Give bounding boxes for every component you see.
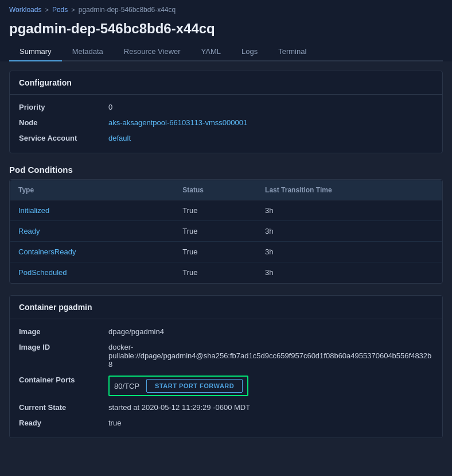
- condition-initialized-status: True: [174, 200, 257, 221]
- container-current-state-label: Current State: [19, 403, 99, 412]
- configuration-header: Configuration: [10, 71, 442, 95]
- container-image-label: Image: [19, 327, 99, 336]
- container-image-row: Image dpage/pgadmin4: [19, 324, 433, 339]
- condition-containers-ready-status: True: [174, 242, 257, 262]
- tab-summary[interactable]: Summary: [9, 42, 62, 61]
- container-header: Container pgadmin: [10, 296, 442, 319]
- condition-pod-scheduled[interactable]: PodScheduled: [10, 262, 175, 283]
- tab-resource-viewer[interactable]: Resource Viewer: [114, 42, 191, 61]
- condition-containers-ready-time: 3h: [257, 242, 442, 262]
- condition-initialized-time: 3h: [257, 200, 442, 221]
- breadcrumb: Workloads > Pods > pgadmin-dep-546bc8bd6…: [9, 6, 443, 17]
- table-header-row: Type Status Last Transition Time: [10, 180, 442, 200]
- container-current-state-value: started at 2020-05-12 11:29:29 -0600 MDT: [108, 403, 250, 412]
- container-ready-value: true: [108, 419, 121, 427]
- config-node-value[interactable]: aks-aksagentpool-66103113-vmss000001: [108, 118, 247, 127]
- condition-pod-scheduled-time: 3h: [257, 262, 442, 283]
- container-ports-label: Container Ports: [19, 376, 99, 384]
- container-image-value: dpage/pgadmin4: [108, 327, 164, 336]
- port-value: 80/TCP: [114, 382, 139, 390]
- condition-ready-status: True: [174, 221, 257, 242]
- breadcrumb-sep1: >: [45, 6, 48, 13]
- container-ports-row: Container Ports 80/TCP START PORT FORWAR…: [19, 372, 433, 400]
- breadcrumb-current: pgadmin-dep-546bc8bd6-x44cq: [79, 6, 176, 14]
- tab-metadata[interactable]: Metadata: [62, 42, 114, 61]
- table-row: ContainersReady True 3h: [10, 242, 442, 262]
- container-image-id-row: Image ID docker-pullable://dpage/pgadmin…: [19, 339, 433, 372]
- configuration-card: Configuration Priority 0 Node aks-aksage…: [9, 71, 443, 153]
- table-row: Ready True 3h: [10, 221, 442, 242]
- start-port-forward-button[interactable]: START PORT FORWARD: [146, 379, 243, 393]
- condition-ready-time: 3h: [257, 221, 442, 242]
- container-current-state-row: Current State started at 2020-05-12 11:2…: [19, 400, 433, 415]
- pod-conditions-card: Type Status Last Transition Time Initial…: [9, 179, 443, 284]
- tab-yaml[interactable]: YAML: [191, 42, 231, 61]
- container-ready-row: Ready true: [19, 415, 433, 431]
- condition-ready[interactable]: Ready: [10, 221, 175, 242]
- pod-conditions-table: Type Status Last Transition Time Initial…: [10, 180, 442, 283]
- config-node-row: Node aks-aksagentpool-66103113-vmss00000…: [19, 115, 433, 130]
- tab-terminal[interactable]: Terminal: [268, 42, 317, 61]
- breadcrumb-workloads[interactable]: Workloads: [9, 6, 41, 14]
- config-priority-value: 0: [108, 103, 112, 111]
- pod-conditions-title: Pod Conditions: [9, 165, 443, 175]
- condition-containers-ready[interactable]: ContainersReady: [10, 242, 175, 262]
- page-title: pgadmin-dep-546bc8bd6-x44cq: [9, 17, 443, 42]
- pod-conditions-section: Pod Conditions Type Status Last Transiti…: [9, 165, 443, 284]
- condition-initialized[interactable]: Initialized: [10, 200, 175, 221]
- config-priority-label: Priority: [19, 103, 99, 111]
- config-node-label: Node: [19, 118, 99, 127]
- config-service-account-label: Service Account: [19, 134, 99, 142]
- col-status: Status: [174, 180, 257, 200]
- config-service-account-value[interactable]: default: [108, 134, 131, 142]
- breadcrumb-pods[interactable]: Pods: [52, 6, 68, 14]
- config-priority-row: Priority 0: [19, 99, 433, 115]
- table-row: Initialized True 3h: [10, 200, 442, 221]
- container-ready-label: Ready: [19, 419, 99, 427]
- configuration-table: Priority 0 Node aks-aksagentpool-6610311…: [10, 95, 442, 153]
- container-ports-content: 80/TCP START PORT FORWARD: [108, 376, 248, 396]
- container-card: Container pgadmin Image dpage/pgadmin4 I…: [9, 295, 443, 438]
- condition-pod-scheduled-status: True: [174, 262, 257, 283]
- table-row: PodScheduled True 3h: [10, 262, 442, 283]
- container-image-id-label: Image ID: [19, 343, 99, 351]
- col-type: Type: [10, 180, 175, 200]
- container-table: Image dpage/pgadmin4 Image ID docker-pul…: [10, 319, 442, 438]
- container-image-id-value: docker-pullable://dpage/pgadmin4@sha256:…: [108, 343, 433, 369]
- col-last-transition: Last Transition Time: [257, 180, 442, 200]
- config-service-account-row: Service Account default: [19, 130, 433, 146]
- breadcrumb-sep2: >: [71, 6, 75, 13]
- tab-logs[interactable]: Logs: [231, 42, 268, 61]
- tab-bar: Summary Metadata Resource Viewer YAML Lo…: [9, 42, 443, 61]
